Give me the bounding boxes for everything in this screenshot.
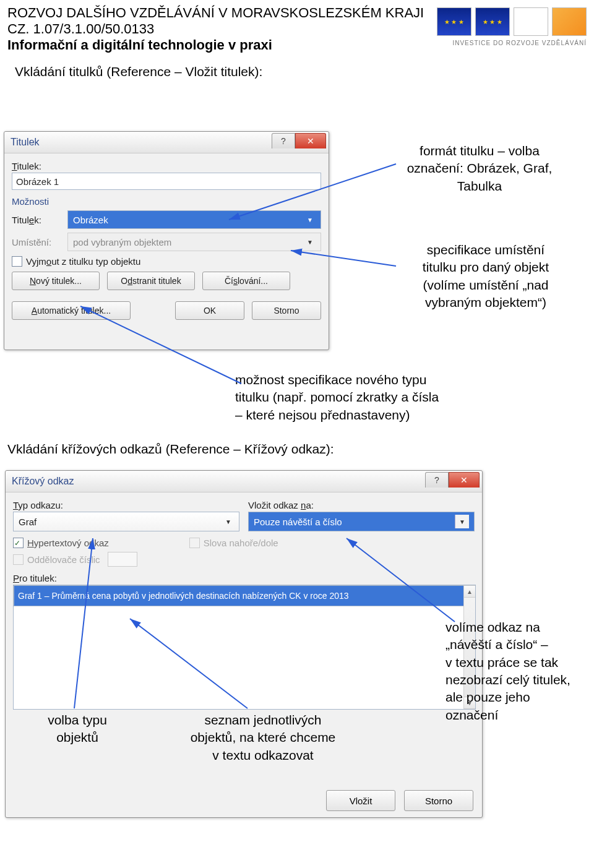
abovebelow-checkbox: Slova nahoře/dole [189, 538, 278, 548]
close-button[interactable]: ✕ [295, 133, 326, 148]
chevron-down-icon: ▼ [455, 515, 469, 528]
label-dropdown-label: Titulek: [12, 215, 62, 225]
annotation-link-choice: volíme odkaz na „návěští a číslo“ – v te… [446, 619, 594, 724]
insertref-dropdown[interactable]: Pouze návěští a číslo ▼ [248, 512, 475, 531]
section-2-heading: Vkládání křížových odkazů (Reference – K… [7, 440, 334, 458]
doc-code: CZ. 1.07/3.1.00/50.0133 [7, 21, 424, 37]
annotation-new-type: možnost specifikace nového typu titulku … [235, 371, 544, 424]
separators-label: Oddělovače číslic [27, 554, 100, 565]
reftype-label: Typ odkazu: [13, 500, 239, 510]
close-button[interactable]: ✕ [449, 472, 480, 488]
position-dropdown[interactable]: pod vybraným objektem ▼ [67, 233, 321, 251]
checkbox-icon [12, 256, 22, 267]
checkbox-icon [13, 554, 24, 565]
annotation-format: formát titulku – volba označení: Obrázek… [377, 142, 582, 195]
insert-button[interactable]: Vložit [326, 790, 395, 811]
options-heading: Možnosti [12, 196, 321, 207]
section-1-heading: Vkládání titulků (Reference – Vložit tit… [15, 64, 587, 79]
list-item[interactable]: Graf 1 – Průměrná cena pobytů v jednotli… [14, 585, 475, 606]
help-button[interactable]: ? [425, 472, 449, 488]
forcaption-label: Pro titulek: [13, 573, 475, 583]
checkbox-icon [189, 538, 200, 548]
delete-label-button[interactable]: Odstranit titulek [107, 272, 195, 290]
abovebelow-label: Slova nahoře/dole [204, 538, 278, 548]
cancel-button[interactable]: Storno [252, 301, 321, 320]
scroll-up-icon[interactable]: ▲ [463, 585, 476, 598]
logo-strip: INVESTICE DO ROZVOJE VZDĚLÁVÁNÍ [437, 5, 587, 46]
doc-title: ROZVOJ DALŠÍHO VZDĚLÁVÁNÍ V MORAVSKOSLEZ… [7, 5, 424, 21]
exclude-label-text: Vyjmout z titulku typ objektu [26, 256, 140, 267]
insertref-label: Vložit odkaz na: [248, 500, 475, 510]
auto-caption-button[interactable]: Automatický titulek... [12, 301, 131, 320]
chevron-down-icon: ▼ [304, 236, 316, 247]
crossref-dialog: Křížový odkaz ? ✕ Typ odkazu: Graf ▼ Vlo… [5, 470, 483, 818]
esf-logo [437, 7, 471, 36]
crossref-dialog-title: Křížový odkaz [12, 476, 74, 487]
annotation-obj-type: volba typu objektů [31, 711, 124, 747]
separators-input [108, 552, 137, 567]
reftype-dropdown[interactable]: Graf ▼ [13, 512, 239, 531]
caption-label: Titulek: [12, 161, 321, 171]
numbering-button[interactable]: Číslování... [202, 272, 290, 290]
exclude-label-checkbox[interactable]: Vyjmout z titulku typ objektu [12, 256, 321, 267]
doc-subtitle: Informační a digitální technologie v pra… [7, 37, 272, 53]
caption-dialog-titlebar[interactable]: Titulek ? ✕ [4, 132, 329, 153]
chevron-down-icon: ▼ [223, 516, 234, 527]
position-dropdown-value: pod vybraným objektem [73, 237, 171, 247]
invest-slogan: INVESTICE DO ROZVOJE VZDĚLÁVÁNÍ [452, 40, 587, 46]
ok-button[interactable]: OK [175, 301, 244, 320]
annotation-obj-list: seznam jednotlivých objektů, na které ch… [176, 711, 350, 764]
hyperlink-checkbox[interactable]: Hypertextový odkaz [13, 538, 109, 548]
msmt-logo [514, 7, 548, 36]
chevron-down-icon: ▼ [304, 214, 316, 225]
eu-flag-logo [475, 7, 510, 36]
new-label-button[interactable]: Nový titulek... [12, 272, 100, 290]
op-vk-logo [552, 7, 587, 36]
crossref-dialog-titlebar[interactable]: Křížový odkaz ? ✕ [6, 471, 482, 492]
separators-checkbox: Oddělovače číslic [13, 552, 475, 567]
label-dropdown-value: Obrázek [73, 215, 108, 225]
hyperlink-label: Hypertextový odkaz [27, 538, 109, 548]
help-button[interactable]: ? [272, 133, 295, 148]
label-dropdown[interactable]: Obrázek ▼ [67, 210, 321, 229]
reftype-value: Graf [19, 517, 37, 527]
caption-dialog: Titulek ? ✕ Titulek: Možnosti Titulek: O… [4, 131, 329, 350]
page-header: ROZVOJ DALŠÍHO VZDĚLÁVÁNÍ V MORAVSKOSLEZ… [0, 0, 594, 79]
annotation-position: specifikace umístění titulku pro daný ob… [384, 241, 588, 311]
cancel-button[interactable]: Storno [404, 790, 473, 811]
caption-dialog-title: Titulek [11, 137, 40, 148]
caption-text-input[interactable] [12, 173, 321, 190]
position-dropdown-label: Umístění: [12, 237, 62, 247]
insertref-value: Pouze návěští a číslo [254, 517, 342, 527]
checkbox-icon [13, 538, 24, 548]
caption-listbox[interactable]: Graf 1 – Průměrná cena pobytů v jednotli… [13, 585, 476, 710]
